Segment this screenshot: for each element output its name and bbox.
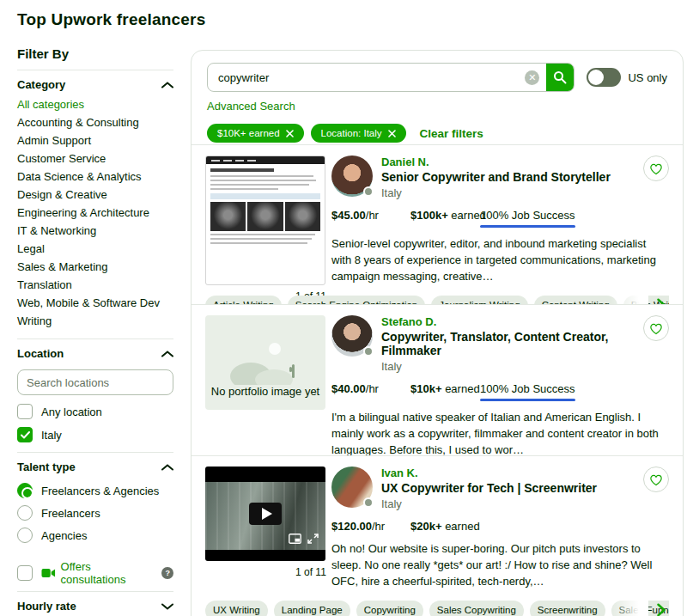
category-item[interactable]: Accounting & Consulting	[17, 113, 173, 131]
chevron-up-icon	[161, 82, 173, 88]
location-label: Location	[17, 347, 64, 360]
status-dot	[363, 186, 374, 197]
clear-search-icon[interactable]: ✕	[525, 70, 539, 85]
talent-option-freelancers[interactable]: Freelancers	[17, 503, 173, 522]
freelancer-card[interactable]: 1 of 11 Ivan K. UX Copywriter for Tech |…	[192, 456, 683, 616]
us-only-toggle[interactable]	[587, 68, 621, 87]
freelancer-name-link[interactable]: Ivan K.	[381, 467, 597, 479]
hourly-rate-section-header[interactable]: Hourly rate	[17, 592, 173, 616]
category-label: Category	[17, 78, 65, 91]
earned-amount: $10k+	[410, 382, 442, 395]
freelancer-name-link[interactable]: Stefano D.	[381, 315, 643, 328]
help-icon[interactable]: ?	[161, 567, 173, 579]
category-item-all[interactable]: All categories	[17, 95, 173, 113]
save-freelancer-button[interactable]	[643, 315, 669, 341]
radio-unselected[interactable]	[17, 505, 33, 521]
skills-scroll-right-icon[interactable]	[655, 603, 667, 616]
fullscreen-icon[interactable]	[307, 534, 319, 544]
video-thumbnail[interactable]	[205, 467, 325, 561]
location-search-input[interactable]	[17, 369, 173, 395]
category-item[interactable]: Translation	[17, 276, 173, 294]
freelancer-location: Italy	[381, 360, 643, 373]
category-item[interactable]: Design & Creative	[17, 186, 173, 204]
talent-option-freelancers-agencies[interactable]: Freelancers & Agencies	[17, 481, 173, 500]
skills-scroll-right-icon[interactable]	[655, 298, 667, 305]
save-freelancer-button[interactable]	[643, 156, 669, 181]
clear-filters-link[interactable]: Clear filters	[420, 127, 483, 140]
category-item[interactable]: Sales & Marketing	[17, 258, 173, 276]
skill-chip[interactable]: Search Engine Optimization	[288, 296, 426, 305]
checkbox-checked[interactable]	[17, 427, 33, 442]
skill-chip[interactable]: UX Writing	[205, 601, 268, 616]
status-dot	[363, 497, 374, 508]
search-section: ✕ US only Advanced Search $10K+ earned L…	[192, 51, 683, 145]
category-item[interactable]: Legal	[17, 240, 173, 258]
filter-chip-label: $10K+ earned	[217, 128, 280, 138]
advanced-search-link[interactable]: Advanced Search	[207, 100, 295, 113]
radio-selected[interactable]	[17, 483, 33, 498]
freelancer-title: Senior Copywriter and Brand Storyteller	[381, 170, 611, 184]
talent-option-label: Freelancers & Agencies	[41, 485, 159, 497]
checkbox-unchecked[interactable]	[17, 404, 33, 419]
avatar[interactable]	[331, 315, 373, 357]
chevron-up-icon	[161, 464, 173, 471]
skill-chip[interactable]: Landing Page	[274, 601, 350, 616]
no-portfolio-text: No portfolio image yet	[211, 385, 319, 398]
talent-option-agencies[interactable]: Agencies	[17, 526, 173, 545]
page: Top Upwork freelancers Filter By Categor…	[0, 0, 687, 616]
category-item[interactable]: Admin Support	[17, 131, 173, 149]
us-only-label: US only	[628, 71, 667, 84]
radio-unselected[interactable]	[17, 528, 33, 543]
play-button[interactable]	[249, 503, 282, 525]
portfolio-thumbnail[interactable]	[205, 156, 325, 285]
any-location-option[interactable]: Any location	[17, 402, 173, 421]
category-item[interactable]: IT & Networking	[17, 222, 173, 240]
freelancer-card[interactable]: 1 of 11 Daniel N. Senior Copywriter and …	[192, 145, 683, 305]
filter-chip-location[interactable]: Location: Italy	[311, 124, 406, 143]
skills-row: UX Writing Landing Page Copywriting Sale…	[205, 601, 669, 616]
talent-option-label: Agencies	[41, 529, 87, 542]
chip-remove-icon[interactable]	[286, 130, 294, 137]
freelancer-card[interactable]: No portfolio image yet Stefano D. Copywr…	[192, 305, 683, 456]
play-icon	[262, 508, 272, 520]
hourly-rate: $45.00	[331, 209, 366, 222]
search-bar: ✕	[207, 63, 575, 92]
chevron-up-icon	[161, 351, 173, 357]
search-icon	[553, 70, 567, 84]
avatar[interactable]	[331, 156, 373, 197]
filter-chip-label: Location: Italy	[321, 128, 382, 138]
portfolio-caption: 1 of 11	[205, 566, 325, 578]
offers-consultations-option[interactable]: Offers consultations ?	[17, 564, 173, 582]
skill-chip[interactable]: Content Writing	[534, 296, 617, 305]
chip-remove-icon[interactable]	[388, 130, 396, 137]
picture-in-picture-icon[interactable]	[289, 534, 301, 544]
search-button[interactable]	[546, 63, 574, 92]
category-item[interactable]: Web, Mobile & Software Dev	[17, 294, 173, 312]
location-section-header[interactable]: Location	[17, 339, 173, 364]
skill-chip[interactable]: Journalism Writing	[431, 296, 527, 305]
results-panel: ✕ US only Advanced Search $10K+ earned L…	[191, 50, 684, 616]
freelancer-name-link[interactable]: Daniel N.	[381, 156, 611, 168]
category-item[interactable]: Engineering & Architecture	[17, 204, 173, 222]
category-item[interactable]: Data Science & Analytics	[17, 168, 173, 186]
freelancer-title: Copywriter, Translator, Content Creator,…	[381, 330, 643, 357]
skill-chip[interactable]: Copywriting	[356, 601, 423, 616]
italy-location-option[interactable]: Italy	[17, 425, 173, 444]
skill-chip[interactable]: Article Writing	[205, 296, 282, 305]
checkbox-unchecked[interactable]	[17, 565, 33, 581]
video-camera-icon	[41, 568, 56, 578]
save-freelancer-button[interactable]	[643, 467, 669, 492]
category-section-header[interactable]: Category	[17, 70, 173, 95]
avatar[interactable]	[331, 467, 373, 508]
heart-icon	[649, 322, 663, 335]
skill-chip[interactable]: Sales Copywriting	[429, 601, 524, 616]
rate-suffix: /hr	[366, 209, 379, 222]
category-item[interactable]: Customer Service	[17, 149, 173, 168]
skill-chip[interactable]: Screenwriting	[530, 601, 605, 616]
offers-consultations-label: Offers consultations	[61, 560, 157, 586]
talent-type-section-header[interactable]: Talent type	[17, 453, 173, 478]
filter-chip-earned[interactable]: $10K+ earned	[207, 124, 304, 143]
search-input[interactable]	[208, 71, 525, 84]
freelancer-location: Italy	[381, 186, 611, 199]
category-item[interactable]: Writing	[17, 312, 173, 330]
